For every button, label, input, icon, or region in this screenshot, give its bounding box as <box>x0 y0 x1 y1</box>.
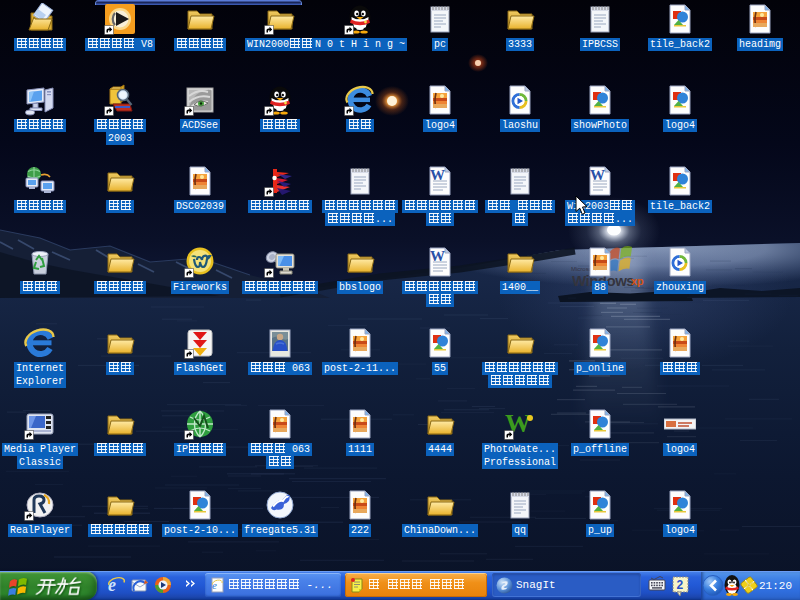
svg-text:2: 2 <box>676 578 683 592</box>
